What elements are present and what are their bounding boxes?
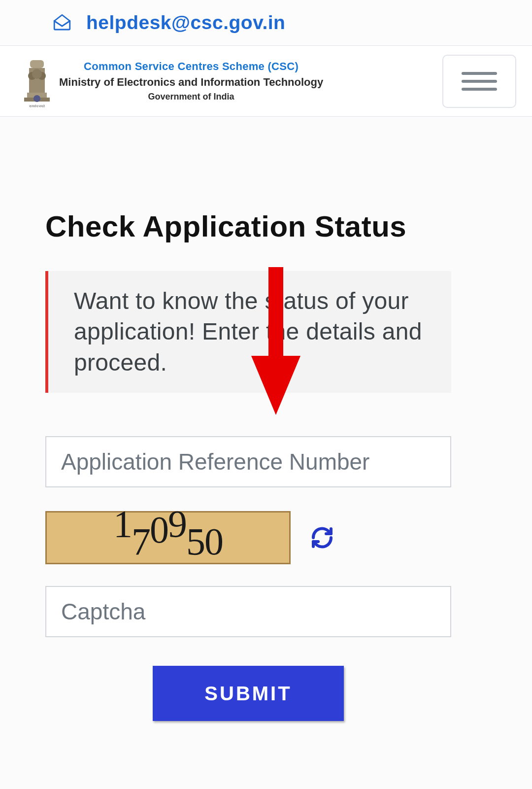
brand-block: सत्यमेव जयते Common Service Centres Sche… bbox=[22, 54, 323, 108]
helpdesk-mail-block[interactable]: helpdesk@csc.gov.in bbox=[52, 12, 285, 34]
brand-line-ministry: Ministry of Electronics and Information … bbox=[59, 76, 323, 89]
india-emblem-logo: सत्यमेव जयते bbox=[22, 54, 52, 108]
site-header: सत्यमेव जयते Common Service Centres Sche… bbox=[0, 45, 532, 117]
submit-button[interactable]: SUBMIT bbox=[153, 666, 344, 721]
helpdesk-email-link[interactable]: helpdesk@csc.gov.in bbox=[86, 12, 285, 34]
page-title: Check Application Status bbox=[45, 209, 487, 243]
top-contact-bar: helpdesk@csc.gov.in bbox=[0, 0, 532, 45]
brand-line-gov: Government of India bbox=[59, 92, 323, 102]
instruction-text: Want to know the status of your applicat… bbox=[74, 286, 426, 378]
application-reference-input[interactable] bbox=[45, 436, 451, 487]
submit-wrap: SUBMIT bbox=[45, 666, 451, 721]
captcha-refresh-button[interactable] bbox=[310, 526, 334, 549]
mail-open-icon bbox=[52, 12, 72, 33]
svg-point-5 bbox=[32, 69, 42, 79]
svg-point-7 bbox=[33, 95, 40, 102]
brand-line-scheme: Common Service Centres Scheme (CSC) bbox=[59, 60, 323, 73]
captcha-image: 170950 bbox=[45, 511, 291, 564]
menu-toggle-button[interactable] bbox=[442, 55, 516, 108]
captcha-input[interactable] bbox=[45, 586, 451, 637]
svg-text:सत्यमेव जयते: सत्यमेव जयते bbox=[29, 104, 46, 108]
hamburger-icon bbox=[462, 67, 497, 96]
captcha-row: 170950 bbox=[45, 511, 487, 564]
instruction-banner: Want to know the status of your applicat… bbox=[45, 271, 451, 393]
main-content: Check Application Status Want to know th… bbox=[0, 117, 532, 789]
refresh-icon bbox=[310, 526, 334, 549]
svg-rect-6 bbox=[30, 60, 44, 68]
